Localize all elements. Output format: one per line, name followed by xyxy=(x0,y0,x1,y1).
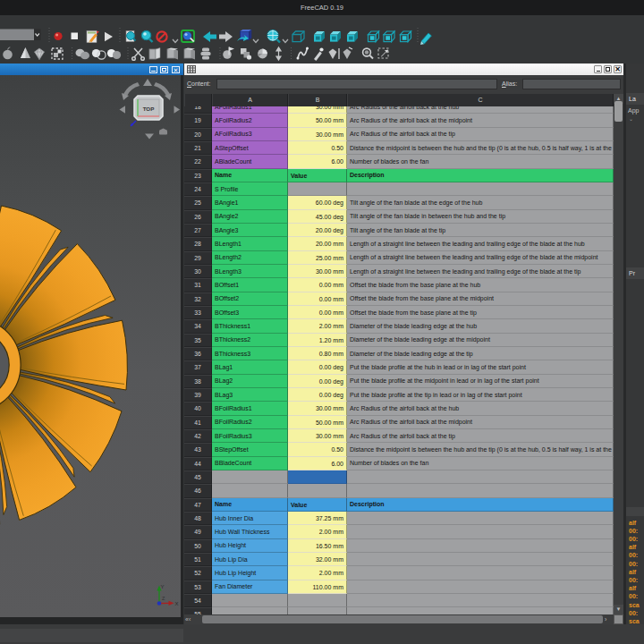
svg-text:TOP: TOP xyxy=(143,106,155,112)
svg-text:Y: Y xyxy=(161,584,165,589)
svg-text:X: X xyxy=(175,601,179,606)
svg-text:Z: Z xyxy=(162,596,165,601)
